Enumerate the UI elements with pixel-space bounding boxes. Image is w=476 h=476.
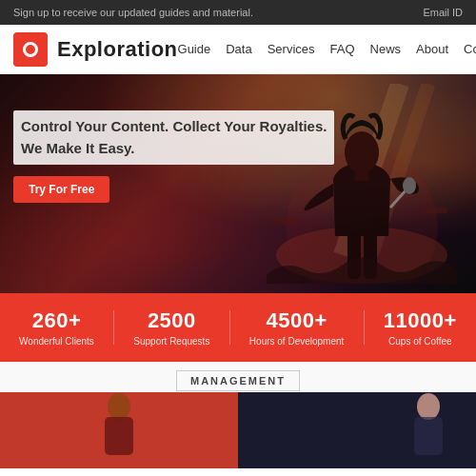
email-id-link[interactable]: Email ID: [423, 7, 463, 18]
svg-point-12: [108, 393, 130, 420]
svg-rect-7: [355, 168, 368, 181]
nav-data[interactable]: Data: [226, 42, 251, 56]
person-left-image: [90, 392, 148, 468]
hero-section: Control Your Content. Collect Your Royal…: [0, 74, 476, 293]
card-left: [0, 392, 238, 468]
svg-point-9: [403, 177, 416, 194]
stat-divider-3: [364, 310, 365, 345]
stat-requests: 2500 Support Requests: [133, 308, 209, 347]
svg-point-6: [345, 131, 379, 173]
cta-button[interactable]: Try For Free: [13, 176, 109, 203]
stat-requests-label: Support Requests: [133, 336, 209, 347]
person-right-image: [400, 392, 457, 468]
stat-coffee-number: 11000+: [384, 308, 457, 333]
svg-rect-13: [105, 417, 133, 455]
logo[interactable]: Exploration: [13, 32, 178, 67]
stat-divider-2: [229, 310, 230, 345]
svg-rect-10: [271, 217, 300, 225]
svg-rect-11: [424, 208, 447, 213]
logo-text: Exploration: [57, 37, 178, 62]
svg-rect-15: [414, 417, 443, 455]
hero-title-line2: We Make It Easy.: [21, 138, 327, 160]
stat-coffee-label: Cups of Coffee: [384, 336, 457, 347]
hero-content: Control Your Content. Collect Your Royal…: [13, 110, 334, 203]
nav-services[interactable]: Services: [268, 42, 315, 56]
stat-hours: 4500+ Hours of Development: [249, 308, 345, 347]
hero-title: Control Your Content. Collect Your Royal…: [13, 110, 334, 165]
stat-requests-number: 2500: [133, 308, 209, 333]
management-label: MANAGEMENT: [176, 370, 300, 391]
logo-icon-circle: [23, 42, 38, 57]
nav-guide[interactable]: Guide: [178, 42, 211, 56]
stat-clients: 260+ Wonderful Clients: [19, 308, 94, 347]
stats-bar: 260+ Wonderful Clients 2500 Support Requ…: [0, 293, 476, 362]
stat-hours-label: Hours of Development: [249, 336, 345, 347]
main-nav: Guide Data Services FAQ News About Conta…: [178, 42, 476, 56]
nav-about[interactable]: About: [416, 42, 448, 56]
stat-clients-number: 260+: [19, 308, 94, 333]
bottom-cards: [0, 392, 476, 468]
nav-news[interactable]: News: [370, 42, 402, 56]
nav-faq[interactable]: FAQ: [330, 42, 355, 56]
logo-icon: [13, 32, 48, 67]
stat-coffee: 11000+ Cups of Coffee: [384, 308, 457, 347]
nav-contact[interactable]: Contact: [464, 42, 476, 56]
hero-title-line1: Control Your Content. Collect Your Royal…: [21, 116, 327, 138]
stat-divider-1: [113, 310, 114, 345]
top-bar: Sign up to receive our updated guides an…: [0, 0, 476, 25]
stat-clients-label: Wonderful Clients: [19, 336, 94, 347]
stat-hours-number: 4500+: [249, 308, 345, 333]
management-section: MANAGEMENT: [0, 362, 476, 392]
card-right: [238, 392, 476, 468]
svg-point-14: [417, 393, 440, 420]
header: Exploration Guide Data Services FAQ News…: [0, 25, 476, 74]
top-bar-message: Sign up to receive our updated guides an…: [13, 7, 253, 18]
